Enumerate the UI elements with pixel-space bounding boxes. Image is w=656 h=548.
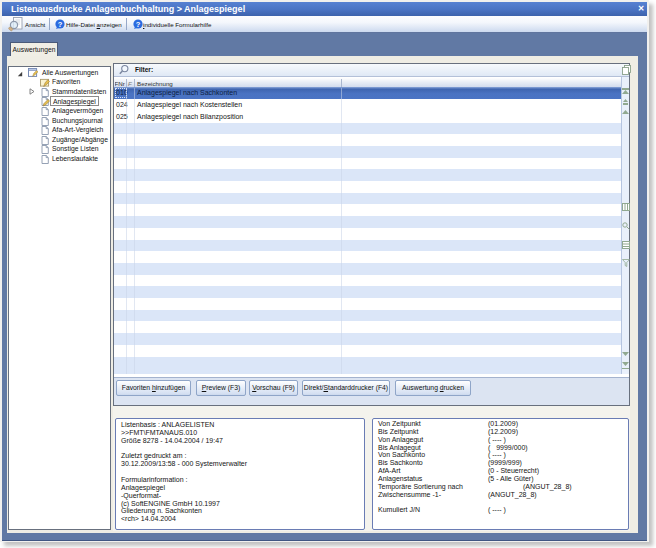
svg-text:?: ? <box>58 20 63 29</box>
svg-text:?: ? <box>136 20 141 29</box>
